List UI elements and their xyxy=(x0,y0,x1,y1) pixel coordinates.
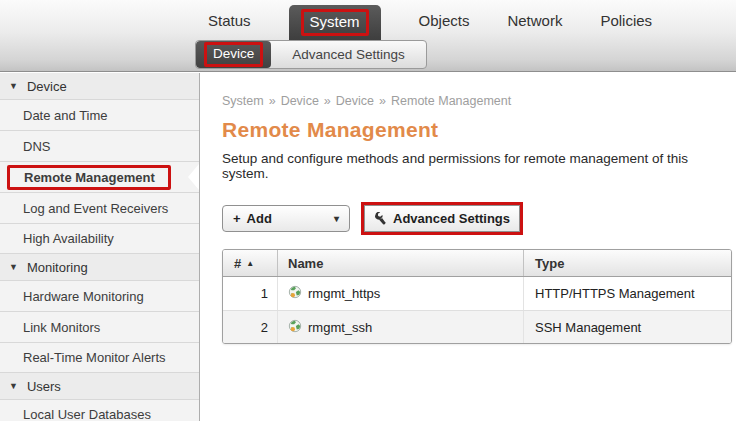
toolbar: + Add ▾ Advanced Settings xyxy=(222,202,736,235)
breadcrumb-segment[interactable]: Device xyxy=(281,94,319,108)
table-header-row: # ▲ Name Type xyxy=(223,250,731,277)
sidebar-header-label: Users xyxy=(27,379,61,394)
subtab-advanced-settings[interactable]: Advanced Settings xyxy=(271,41,426,68)
main-content: System»Device»Device»Remote Management R… xyxy=(200,73,736,421)
sub-tab-bar: Device Advanced Settings xyxy=(195,40,427,69)
sidebar-item-link-monitors[interactable]: Link Monitors xyxy=(0,311,199,342)
nav-tab-policies[interactable]: Policies xyxy=(600,12,652,29)
breadcrumb-separator: » xyxy=(379,94,386,108)
column-header-name[interactable]: Name xyxy=(278,250,524,276)
row-name: rmgmt_https xyxy=(308,286,380,301)
wrench-icon xyxy=(374,212,387,225)
sidebar-item-high-availability[interactable]: High Availability xyxy=(0,223,199,254)
globe-service-icon xyxy=(288,319,302,336)
sidebar-item-date-and-time[interactable]: Date and Time xyxy=(0,99,199,130)
sidebar-item-log-and-event-receivers[interactable]: Log and Event Receivers xyxy=(0,192,199,223)
annotation-box-remote-management: Remote Management xyxy=(7,165,171,190)
annotation-box-advanced-settings: Advanced Settings xyxy=(361,202,523,235)
row-type: HTTP/HTTPS Management xyxy=(524,277,731,310)
collapse-triangle-icon: ▼ xyxy=(9,382,18,391)
sort-ascending-icon: ▲ xyxy=(246,259,254,268)
breadcrumb-separator: » xyxy=(324,94,331,108)
annotation-box-device: Device xyxy=(204,42,263,66)
table-row[interactable]: 2 rmgmt_ssh SSH xyxy=(223,310,731,343)
row-name: rmgmt_ssh xyxy=(308,320,372,335)
remote-management-page: Status System Objects Network Policies D… xyxy=(0,0,736,421)
breadcrumb: System»Device»Device»Remote Management xyxy=(222,94,736,108)
remote-management-table: # ▲ Name Type 1 xyxy=(222,249,732,344)
row-name-cell: rmgmt_https xyxy=(278,277,524,310)
sidebar-section-device: ▼ Device Date and Time DNS Remote Manage… xyxy=(0,73,199,254)
row-number: 1 xyxy=(223,277,278,310)
main-nav: Status System Objects Network Policies xyxy=(208,0,652,40)
add-button-label: + Add xyxy=(233,211,272,226)
collapse-triangle-icon: ▼ xyxy=(9,82,18,91)
page-description: Setup and configure methods and permissi… xyxy=(222,151,736,181)
sidebar-section-monitoring: ▼ Monitoring Hardware Monitoring Link Mo… xyxy=(0,254,199,373)
row-type: SSH Management xyxy=(524,311,731,343)
sidebar-item-dns[interactable]: DNS xyxy=(0,130,199,161)
chevron-down-icon: ▾ xyxy=(334,213,339,224)
sidebar-section-users: ▼ Users Local User Databases xyxy=(0,373,199,421)
sidebar-header-label: Monitoring xyxy=(27,260,88,275)
nav-tab-network[interactable]: Network xyxy=(507,12,562,29)
sidebar-header-users[interactable]: ▼ Users xyxy=(0,373,199,399)
breadcrumb-segment[interactable]: Remote Management xyxy=(391,94,511,108)
column-header-type[interactable]: Type xyxy=(524,250,731,276)
sidebar-header-monitoring[interactable]: ▼ Monitoring xyxy=(0,254,199,280)
table-row[interactable]: 1 rmgmt_https H xyxy=(223,277,731,310)
breadcrumb-segment[interactable]: Device xyxy=(336,94,374,108)
nav-tab-objects[interactable]: Objects xyxy=(419,12,470,29)
sidebar-header-label: Device xyxy=(27,79,67,94)
advanced-settings-button[interactable]: Advanced Settings xyxy=(364,205,520,232)
page-body: ▼ Device Date and Time DNS Remote Manage… xyxy=(0,73,736,421)
subtab-device[interactable]: Device xyxy=(196,41,271,68)
nav-tab-system[interactable]: System xyxy=(289,5,381,40)
nav-tab-status[interactable]: Status xyxy=(208,12,251,29)
row-number: 2 xyxy=(223,311,278,343)
collapse-triangle-icon: ▼ xyxy=(9,263,18,272)
plus-icon: + xyxy=(233,211,241,226)
sidebar-item-local-user-databases[interactable]: Local User Databases xyxy=(0,399,199,421)
sidebar: ▼ Device Date and Time DNS Remote Manage… xyxy=(0,73,200,421)
sidebar-item-hardware-monitoring[interactable]: Hardware Monitoring xyxy=(0,280,199,311)
breadcrumb-separator: » xyxy=(269,94,276,108)
sidebar-item-real-time-monitor-alerts[interactable]: Real-Time Monitor Alerts xyxy=(0,342,199,373)
sidebar-item-remote-management[interactable]: Remote Management xyxy=(0,161,199,192)
sidebar-header-device[interactable]: ▼ Device xyxy=(0,73,199,99)
globe-service-icon xyxy=(288,285,302,302)
row-name-cell: rmgmt_ssh xyxy=(278,311,524,343)
add-button[interactable]: + Add ▾ xyxy=(222,205,350,232)
breadcrumb-segment[interactable]: System xyxy=(222,94,264,108)
top-nav-bar: Status System Objects Network Policies D… xyxy=(0,0,736,72)
column-header-number[interactable]: # ▲ xyxy=(223,250,278,276)
advanced-settings-label: Advanced Settings xyxy=(393,211,510,226)
annotation-box-system: System xyxy=(301,9,369,35)
page-title: Remote Management xyxy=(222,118,736,142)
